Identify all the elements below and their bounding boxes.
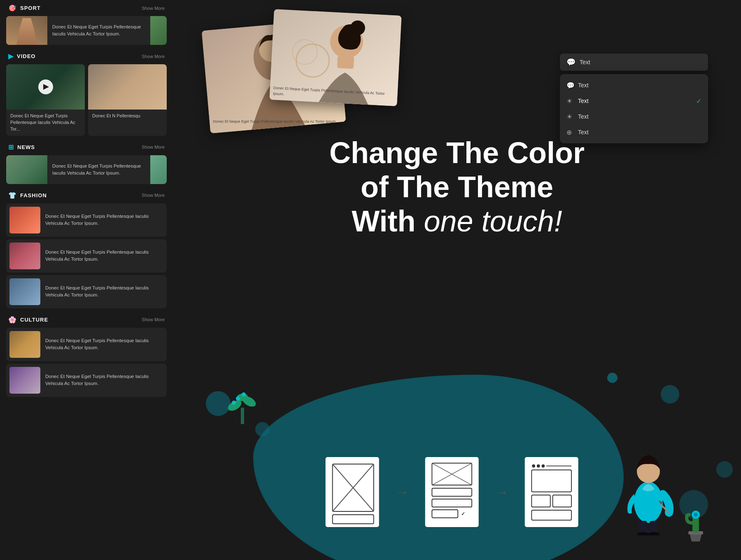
svg-rect-33 [553,495,571,507]
sport-thumb-small [150,16,167,45]
wireframe-svg-2: ✓ [429,461,475,523]
news-header: ⊞ NEWS Show More [6,143,167,151]
news-show-more[interactable]: Show More [142,145,165,149]
video-icon: ▶ [8,52,14,60]
fashion-header: 👕 FASHION Show More [6,191,167,199]
fashion-text-3: Donec Et Neque Eget Turpis Pellentesque … [45,285,163,299]
dropdown-label-1: Text [578,82,589,89]
video-card-2[interactable]: Donec Et N Pellentesqu [88,64,167,136]
svg-rect-24 [432,499,472,507]
svg-rect-19 [333,515,374,524]
video-show-more[interactable]: Show More [142,54,165,59]
fashion-icon: 👕 [8,191,17,199]
culture-header: 🌸 CULTURE Show More [6,316,167,324]
sun-icon-1: ☀ [566,97,574,105]
culture-text-1: Donec Et Neque Eget Turpis Pellentesque … [45,337,163,352]
sport-thumb [6,16,47,45]
news-thumb [6,155,47,184]
headline-area: Change The Color of The Theme With one t… [313,136,601,238]
headline-line-3-accent: one touch! [424,205,562,238]
chat-icon: 💬 [566,82,574,89]
fashion-show-more[interactable]: Show More [142,193,165,198]
dropdown-item-2[interactable]: ☀ Text ✓ [560,93,708,109]
play-button[interactable] [38,79,53,94]
arrow-1: → [396,485,409,500]
headline-line-3-normal: With [352,205,424,238]
sport-header: 🎯 SPORT Show More [6,4,167,12]
svg-rect-6 [337,56,354,69]
dropdown-item-1[interactable]: 💬 Text [560,77,708,93]
headline-line-3: With one touch! [313,204,601,238]
sport-title: 🎯 SPORT [8,4,41,12]
fashion-list: Donec Et Neque Eget Turpis Pellentesque … [6,203,167,308]
sport-show-more[interactable]: Show More [142,6,165,11]
culture-thumb-1 [9,331,40,358]
photo-card-2: Donec Et Neque Eget Turpis Pellentesque … [269,9,401,106]
floating-card: 💬 Text [560,54,708,71]
sport-section: 🎯 SPORT Show More Donec Et Neque Eget Tu… [6,4,167,45]
news-thumb-small [150,155,167,184]
blob-dot-3 [661,385,679,404]
svg-point-14 [236,397,240,401]
headline-line-2: of The Theme [313,170,601,204]
illustration-area: → ✓ → [173,321,741,560]
sport-icon: 🎯 [8,4,17,12]
video-header: ▶ VIDEO Show More [6,52,167,60]
dropdown-area: 💬 Text 💬 Text ☀ Text ✓ ☀ Text ⊕ Text [560,54,708,143]
svg-rect-9 [241,408,244,424]
fashion-thumb-1 [9,207,40,233]
photo-caption-1: Donec Et Neque Eget Turpis Pellentesque … [213,119,343,124]
svg-point-29 [542,464,545,468]
svg-rect-31 [531,470,571,492]
left-panel: 🎯 SPORT Show More Donec Et Neque Eget Tu… [0,0,173,560]
culture-item-2[interactable]: Donec Et Neque Eget Turpis Pellentesque … [6,364,167,397]
wireframe-container: → ✓ → [326,457,578,527]
wireframe-card-3 [525,457,578,527]
fashion-text-1: Donec Et Neque Eget Turpis Pellentesque … [45,213,163,227]
svg-point-27 [532,464,535,468]
wireframe-card-2: ✓ [425,457,479,527]
plant-right [683,509,708,541]
blob-dot-6 [716,461,733,478]
wireframe-svg-1 [331,462,376,526]
news-card[interactable]: Donec Et Neque Eget Turpis Pellentesque … [6,155,167,184]
video-title: ▶ VIDEO [8,52,35,60]
right-panel: Donec Et Neque Eget Turpis Pellentesque … [173,0,741,560]
arrow-2: → [495,485,508,500]
fashion-item-2[interactable]: Donec Et Neque Eget Turpis Pellentesque … [6,239,167,273]
dropdown-label-2: Text [578,98,589,104]
svg-rect-25 [432,510,458,518]
culture-thumb-2 [9,367,40,394]
news-icon: ⊞ [8,143,14,151]
sun-icon-2: ☀ [566,113,574,120]
wireframe-card-1 [326,457,379,527]
sport-card[interactable]: Donec Et Neque Eget Turpis Pellentesque … [6,16,167,45]
video-card-1[interactable]: Donec Et Neque Eget Turpis Pellentesque … [6,64,85,136]
culture-item-1[interactable]: Donec Et Neque Eget Turpis Pellentesque … [6,328,167,361]
dropdown-item-3[interactable]: ☀ Text [560,109,708,124]
fashion-title: 👕 FASHION [8,191,47,199]
culture-show-more[interactable]: Show More [142,317,165,322]
play-icon [43,84,49,90]
wireframe-svg-3 [529,461,574,523]
svg-point-13 [232,401,236,405]
news-title: ⊞ NEWS [8,143,35,151]
fashion-text-2: Donec Et Neque Eget Turpis Pellentesque … [45,249,163,263]
dropdown-label-4: Text [578,129,589,135]
news-section: ⊞ NEWS Show More Donec Et Neque Eget Tur… [6,143,167,184]
fashion-section: 👕 FASHION Show More Donec Et Neque Eget … [6,191,167,308]
svg-rect-32 [531,495,550,507]
headline-text: Change The Color of The Theme With one t… [313,136,601,238]
svg-point-46 [694,513,698,517]
fashion-item-3[interactable]: Donec Et Neque Eget Turpis Pellentesque … [6,275,167,308]
blob-dot-4 [607,373,618,383]
video-info-1: Donec Et Neque Eget Turpis Pellentesque … [6,110,85,136]
video-info-2: Donec Et N Pellentesqu [88,110,167,123]
video-thumb-1 [6,64,85,110]
fashion-item-1[interactable]: Donec Et Neque Eget Turpis Pellentesque … [6,203,167,237]
svg-point-28 [537,464,540,468]
dropdown-menu: 💬 Text ☀ Text ✓ ☀ Text ⊕ Text [560,74,708,143]
dropdown-label-3: Text [578,113,589,120]
svg-text:✓: ✓ [461,511,465,516]
culture-text-2: Donec Et Neque Eget Turpis Pellentesque … [45,373,163,387]
